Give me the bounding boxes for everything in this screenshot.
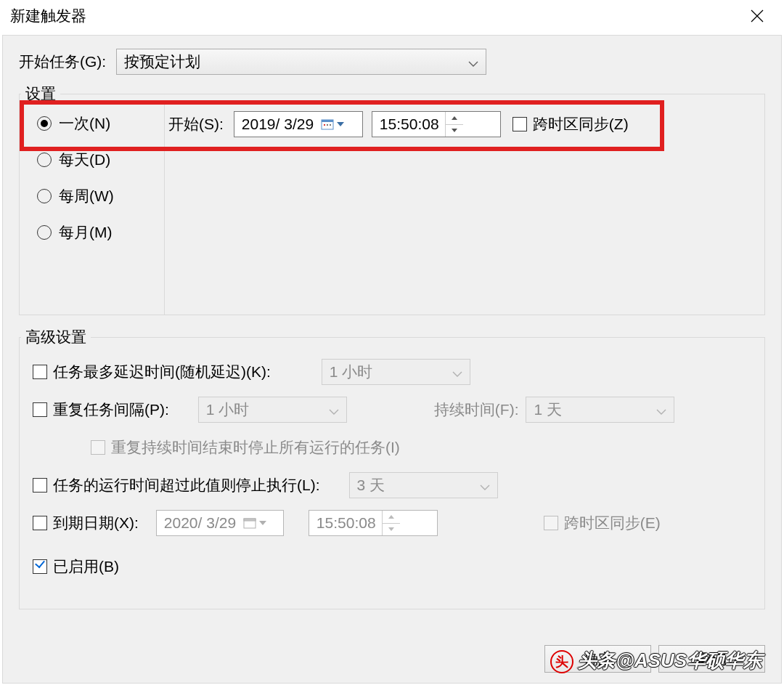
cancel-button[interactable]: 取消 (658, 645, 765, 673)
window-title: 新建触发器 (10, 6, 86, 26)
begin-task-value: 按预定计划 (124, 52, 200, 72)
repeat-stop-checkbox (91, 440, 105, 455)
spinner-down-icon[interactable] (446, 125, 463, 137)
svg-marker-7 (337, 122, 344, 126)
advanced-legend: 高级设置 (21, 327, 91, 347)
spinner-up-icon[interactable] (446, 112, 463, 125)
freq-radio-daily[interactable]: 每天(D) (37, 143, 164, 177)
svg-marker-14 (388, 527, 394, 531)
chevron-down-icon (329, 401, 339, 418)
expire-time-spinner: 15:50:08 (309, 510, 438, 536)
begin-task-combo[interactable]: 按预定计划 (116, 49, 486, 75)
chevron-down-icon (480, 477, 490, 494)
start-label: 开始(S): (168, 114, 224, 134)
freq-radio-column: 一次(N) 每天(D) 每周(W) 每月(M) (37, 104, 165, 315)
advanced-group: 高级设置 任务最多延迟时间(随机延迟)(K): 1 小时 重复任务间隔(P): (19, 327, 765, 609)
timezone-sync-label: 跨时区同步(Z) (533, 114, 629, 134)
freq-radio-once[interactable]: 一次(N) (37, 107, 164, 140)
svg-marker-9 (452, 129, 457, 132)
ok-button[interactable]: 确定 (544, 645, 651, 673)
stop-after-label: 任务的运行时间超过此值则停止执行(L): (53, 475, 320, 495)
stop-after-checkbox[interactable] (33, 478, 47, 493)
start-time-spinner[interactable]: 15:50:08 (372, 111, 501, 137)
radio-icon (37, 225, 52, 240)
svg-rect-3 (322, 120, 333, 122)
repeat-label: 重复任务间隔(P): (53, 400, 169, 420)
spinner-up-icon (383, 511, 400, 524)
calendar-icon (243, 517, 256, 529)
timezone-sync-checkbox[interactable] (513, 117, 527, 131)
close-icon (751, 9, 764, 23)
expire-tz-label: 跨时区同步(E) (564, 513, 661, 533)
expire-date-picker: 2020/ 3/29 (156, 510, 284, 536)
begin-task-label: 开始任务(G): (19, 52, 106, 72)
close-button[interactable] (730, 0, 784, 31)
svg-rect-4 (324, 124, 325, 126)
spinner-down-icon (383, 524, 400, 536)
repeat-duration-combo: 1 天 (526, 397, 674, 423)
freq-radio-weekly[interactable]: 每周(W) (37, 179, 164, 213)
chevron-down-icon (656, 401, 666, 418)
spinner-buttons (382, 511, 400, 535)
calendar-icon (321, 118, 334, 130)
radio-icon (37, 116, 52, 131)
spinner-buttons[interactable] (445, 112, 463, 137)
expire-tz-checkbox (544, 516, 558, 530)
title-bar: 新建触发器 (0, 0, 784, 31)
radio-icon (37, 189, 52, 203)
settings-group: 设置 一次(N) 每天(D) 每周(W) (19, 84, 765, 315)
freq-radio-monthly[interactable]: 每月(M) (37, 216, 164, 249)
expire-label: 到期日期(X): (53, 513, 139, 533)
svg-marker-8 (452, 116, 457, 120)
start-date-picker[interactable]: 2019/ 3/29 (234, 111, 363, 137)
chevron-down-icon (259, 521, 266, 525)
repeat-stop-label: 重复持续时间结束时停止所有运行的任务(I) (111, 437, 400, 458)
svg-rect-6 (330, 124, 331, 126)
svg-rect-5 (327, 124, 328, 126)
delay-checkbox[interactable] (33, 365, 47, 379)
radio-icon (37, 153, 52, 167)
svg-marker-12 (259, 521, 266, 525)
settings-legend: 设置 (21, 84, 60, 104)
svg-marker-13 (388, 515, 394, 519)
chevron-down-icon (337, 122, 344, 126)
stop-after-combo: 3 天 (349, 472, 498, 498)
chevron-down-icon (468, 53, 478, 70)
delay-label: 任务最多延迟时间(随机延迟)(K): (53, 362, 271, 382)
enabled-checkbox[interactable] (33, 559, 47, 574)
enabled-label: 已启用(B) (53, 556, 119, 577)
expire-checkbox[interactable] (33, 516, 47, 530)
delay-combo: 1 小时 (322, 359, 470, 385)
repeat-interval-combo: 1 小时 (198, 397, 347, 423)
repeat-checkbox[interactable] (33, 402, 47, 417)
repeat-duration-label: 持续时间(F): (434, 400, 519, 420)
chevron-down-icon (452, 363, 462, 381)
svg-rect-11 (244, 519, 256, 521)
